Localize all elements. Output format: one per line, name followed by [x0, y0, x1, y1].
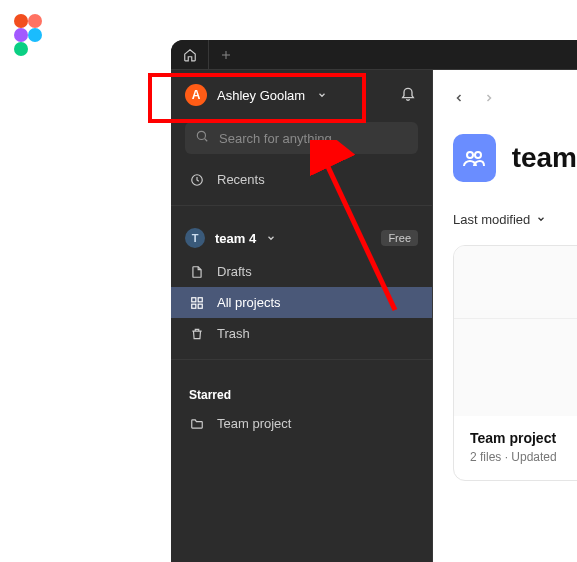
search-input[interactable] [219, 131, 408, 146]
sidebar-item-all-projects[interactable]: All projects [171, 287, 432, 318]
content-panel: team Last modified Team project 2 files … [433, 70, 577, 562]
chevron-down-icon [266, 229, 276, 247]
user-name: Ashley Goolam [217, 88, 305, 103]
page-title: team [512, 142, 577, 174]
home-tab[interactable] [171, 40, 209, 70]
sidebar-item-drafts[interactable]: Drafts [171, 256, 432, 287]
svg-point-2 [14, 28, 28, 42]
tab-bar [171, 40, 577, 70]
trash-icon [189, 327, 205, 341]
svg-point-3 [28, 28, 42, 42]
svg-point-0 [14, 14, 28, 28]
svg-point-11 [467, 152, 473, 158]
chevron-down-icon [536, 212, 546, 227]
team-switcher[interactable]: T team 4 Free [171, 216, 432, 256]
sidebar-item-label: Trash [217, 326, 250, 341]
sort-dropdown[interactable]: Last modified [433, 206, 577, 245]
app-window: A Ashley Goolam [171, 40, 577, 562]
sidebar: A Ashley Goolam [171, 70, 433, 562]
new-tab-button[interactable] [209, 49, 243, 61]
svg-rect-7 [192, 297, 196, 301]
account-switcher[interactable]: A Ashley Goolam [185, 84, 327, 106]
divider [171, 359, 432, 360]
svg-point-5 [197, 131, 205, 139]
sidebar-item-label: All projects [217, 295, 281, 310]
nav-forward-button[interactable] [483, 90, 495, 108]
sort-label: Last modified [453, 212, 530, 227]
team-tile-icon [453, 134, 496, 182]
svg-point-1 [28, 14, 42, 28]
starred-header: Starred [171, 370, 432, 408]
chevron-down-icon [317, 86, 327, 104]
avatar: A [185, 84, 207, 106]
plan-badge: Free [381, 230, 418, 246]
notifications-button[interactable] [400, 85, 416, 105]
card-subtitle: 2 files · Updated [470, 450, 577, 464]
figma-logo [14, 14, 42, 56]
team-name: team 4 [215, 231, 256, 246]
sidebar-item-recents[interactable]: Recents [171, 164, 432, 195]
grid-icon [189, 296, 205, 310]
svg-rect-9 [192, 304, 196, 308]
card-thumbnail [454, 246, 577, 416]
team-avatar: T [185, 228, 205, 248]
svg-rect-8 [198, 297, 202, 301]
file-icon [189, 265, 205, 279]
svg-rect-10 [198, 304, 202, 308]
sidebar-item-label: Team project [217, 416, 291, 431]
svg-point-12 [475, 152, 481, 158]
sidebar-item-trash[interactable]: Trash [171, 318, 432, 349]
nav-back-button[interactable] [453, 90, 465, 108]
search-icon [195, 129, 209, 147]
sidebar-item-label: Recents [217, 172, 265, 187]
search-field[interactable] [185, 122, 418, 154]
sidebar-item-team-project[interactable]: Team project [171, 408, 432, 439]
svg-point-4 [14, 42, 28, 56]
project-card[interactable]: Team project 2 files · Updated [453, 245, 577, 481]
folder-icon [189, 417, 205, 431]
card-title: Team project [470, 430, 577, 446]
sidebar-item-label: Drafts [217, 264, 252, 279]
divider [171, 205, 432, 206]
clock-icon [189, 173, 205, 187]
